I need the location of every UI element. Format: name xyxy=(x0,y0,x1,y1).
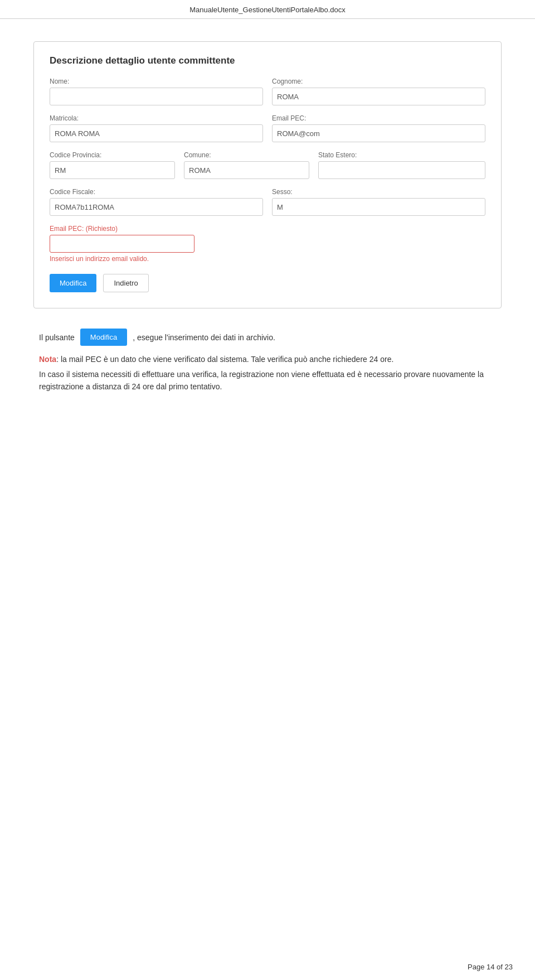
email-error-message: Inserisci un indirizzo email valido. xyxy=(50,255,194,263)
cognome-label: Cognome: xyxy=(272,78,485,85)
modifica-button[interactable]: Modifica xyxy=(50,274,96,292)
page-content: Descrizione dettaglio utente committente… xyxy=(0,19,535,436)
codice-fiscale-label: Codice Fiscale: xyxy=(50,188,263,196)
codice-fiscale-input[interactable] xyxy=(50,198,263,216)
page-footer: Page 14 of 23 xyxy=(468,963,513,971)
form-row-3: Codice Provincia: Comune: Stato Estero: xyxy=(50,151,485,179)
form-row-2: Matricola: Email PEC: xyxy=(50,114,485,142)
email-pec-group: Email PEC: xyxy=(272,114,485,142)
stato-estero-group: Stato Estero: xyxy=(318,151,485,179)
indietro-button[interactable]: Indietro xyxy=(103,274,148,292)
sesso-group: Sesso: xyxy=(272,188,485,216)
comune-group: Comune: xyxy=(184,151,309,179)
comune-input[interactable] xyxy=(184,161,309,179)
codice-provincia-input[interactable] xyxy=(50,161,175,179)
document-header: ManualeUtente_GestioneUtentiPortaleAlbo.… xyxy=(0,0,535,19)
form-card: Descrizione dettaglio utente committente… xyxy=(33,41,502,308)
sesso-input[interactable] xyxy=(272,198,485,216)
document-title: ManualeUtente_GestioneUtentiPortaleAlbo.… xyxy=(189,6,346,14)
page-info: Page 14 of 23 xyxy=(468,963,513,971)
matricola-label: Matricola: xyxy=(50,114,263,122)
form-row-5: Email PEC: (Richiesto) Inserisci un indi… xyxy=(50,225,485,263)
email-pec-label: Email PEC: xyxy=(272,114,485,122)
form-buttons: Modifica Indietro xyxy=(50,274,485,292)
nota-bold: Nota xyxy=(39,355,56,364)
codice-fiscale-group: Codice Fiscale: xyxy=(50,188,263,216)
codice-provincia-label: Codice Provincia: xyxy=(50,151,175,159)
form-row-4: Codice Fiscale: Sesso: xyxy=(50,188,485,216)
cognome-group: Cognome: xyxy=(272,78,485,105)
inline-text-after: , esegue l'inserimento dei dati in archi… xyxy=(133,333,275,342)
sesso-label: Sesso: xyxy=(272,188,485,196)
codice-provincia-group: Codice Provincia: xyxy=(50,151,175,179)
stato-estero-input[interactable] xyxy=(318,161,485,179)
email-pec-required-label: Email PEC: (Richiesto) xyxy=(50,225,194,233)
stato-estero-label: Stato Estero: xyxy=(318,151,485,159)
inline-text-before: Il pulsante xyxy=(39,333,75,342)
nome-label: Nome: xyxy=(50,78,263,85)
form-title: Descrizione dettaglio utente committente xyxy=(50,55,485,66)
nota-line: Nota: la mail PEC è un dato che viene ve… xyxy=(39,355,496,364)
body-text-section: Il pulsante Modifica , esegue l'inserime… xyxy=(33,329,502,393)
email-pec-input[interactable] xyxy=(272,124,485,142)
cognome-input[interactable] xyxy=(272,88,485,105)
nota-text: : la mail PEC è un dato che viene verifi… xyxy=(56,355,393,364)
nome-input[interactable] xyxy=(50,88,263,105)
body-paragraph: In caso il sistema necessiti di effettua… xyxy=(39,368,496,393)
email-pec-required-group: Email PEC: (Richiesto) Inserisci un indi… xyxy=(50,225,194,263)
inline-button-row: Il pulsante Modifica , esegue l'inserime… xyxy=(39,329,496,346)
form-row-1: Nome: Cognome: xyxy=(50,78,485,105)
matricola-group: Matricola: xyxy=(50,114,263,142)
nome-group: Nome: xyxy=(50,78,263,105)
email-pec-required-input[interactable] xyxy=(50,235,194,253)
matricola-input[interactable] xyxy=(50,124,263,142)
inline-modifica-button[interactable]: Modifica xyxy=(80,329,127,346)
comune-label: Comune: xyxy=(184,151,309,159)
